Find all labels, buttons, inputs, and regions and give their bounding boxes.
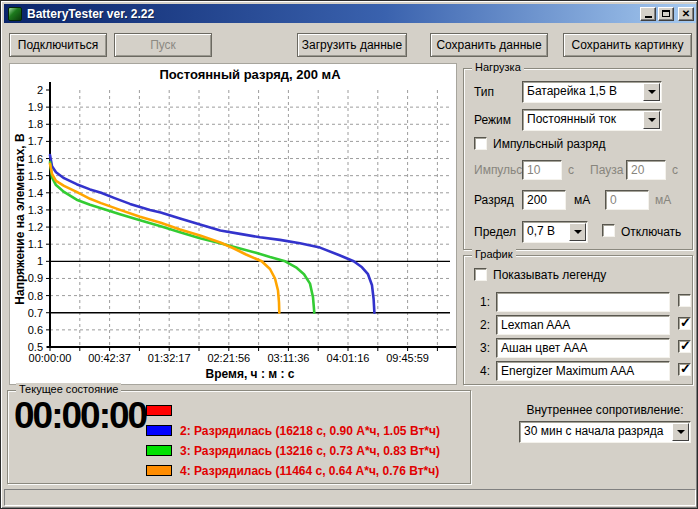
status-bar xyxy=(4,489,696,506)
chevron-down-icon xyxy=(648,118,656,122)
curve-1-number: 1: xyxy=(474,295,490,309)
svg-text:09:45:59: 09:45:59 xyxy=(386,352,429,364)
svg-text:Постоянный разряд, 200 мА: Постоянный разряд, 200 мА xyxy=(159,67,341,82)
curve-1-checkbox[interactable] xyxy=(678,294,691,307)
curve-2-number: 2: xyxy=(474,318,490,332)
app-window: BatteryTester ver. 2.22 ✕ Подключиться П… xyxy=(0,0,698,509)
maximize-button[interactable] xyxy=(658,7,674,21)
discharge-label: Разряд xyxy=(474,193,514,207)
close-button[interactable]: ✕ xyxy=(678,7,694,21)
type-label: Тип xyxy=(474,85,494,99)
type-combobox[interactable]: Батарейка 1,5 В xyxy=(522,81,662,103)
status-line-4: 4: Разрядилась (11464 с, 0.64 А*ч, 0.76 … xyxy=(180,464,439,478)
minimize-icon xyxy=(645,16,652,18)
curve-2-checkbox[interactable] xyxy=(678,317,691,330)
curve-1-name-input[interactable] xyxy=(496,292,670,312)
show-legend-checkbox[interactable] xyxy=(474,268,487,281)
svg-text:1.8: 1.8 xyxy=(28,118,43,130)
discharge-current-input[interactable] xyxy=(522,190,566,210)
limit-dropdown-button[interactable] xyxy=(569,223,586,241)
svg-text:02:21:56: 02:21:56 xyxy=(207,352,250,364)
pulse-discharge-checkbox[interactable] xyxy=(474,137,487,150)
svg-text:01:32:17: 01:32:17 xyxy=(148,352,191,364)
status-line-2: 2: Разрядилась (16218 с, 0.90 А*ч, 1.05 … xyxy=(180,424,440,438)
svg-text:Напряжение на элементах, В: Напряжение на элементах, В xyxy=(13,133,27,305)
resistance-combobox[interactable]: 30 мин с начала разряда xyxy=(519,421,691,443)
curve-3-checkbox[interactable] xyxy=(678,340,691,353)
curve-4-name-input[interactable] xyxy=(496,361,670,381)
svg-text:00:00:00: 00:00:00 xyxy=(29,352,72,364)
window-title: BatteryTester ver. 2.22 xyxy=(27,7,638,21)
charge-unit: мА xyxy=(655,193,671,207)
close-icon: ✕ xyxy=(682,9,690,19)
type-dropdown-button[interactable] xyxy=(643,83,660,101)
load-groupbox: Нагрузка Тип Батарейка 1,5 В Режим Посто… xyxy=(463,68,693,250)
pulse-discharge-label: Импульсный разряд xyxy=(493,137,605,151)
svg-text:1.5: 1.5 xyxy=(28,170,43,182)
start-button[interactable]: Пуск xyxy=(114,33,212,57)
legend-swatch-4 xyxy=(146,465,172,476)
pause-input[interactable] xyxy=(626,160,666,180)
load-group-title: Нагрузка xyxy=(472,61,524,73)
limit-label: Предел xyxy=(474,225,516,239)
connect-button[interactable]: Подключиться xyxy=(9,33,107,57)
limit-combobox[interactable]: 0,7 В xyxy=(522,221,588,243)
disconnect-label: Отключать xyxy=(621,225,681,239)
load-data-button[interactable]: Загрузить данные xyxy=(297,33,407,57)
curve-3-number: 3: xyxy=(474,341,490,355)
svg-text:Время, ч : м : с: Время, ч : м : с xyxy=(206,367,295,381)
svg-text:1: 1 xyxy=(37,255,43,267)
resistance-value: 30 мин с начала разряда xyxy=(520,422,671,442)
graph-groupbox: График Показывать легенду 1: 2: 3: 4: xyxy=(463,255,693,385)
mode-label: Режим xyxy=(474,113,511,127)
status-group-title: Текущее состояние xyxy=(16,383,121,395)
pause-label: Пауза xyxy=(590,163,623,177)
impulse-input[interactable] xyxy=(522,160,562,180)
curve-4-number: 4: xyxy=(474,364,490,378)
chevron-down-icon xyxy=(648,90,656,94)
legend-swatch-2 xyxy=(146,425,172,436)
svg-text:1.3: 1.3 xyxy=(28,204,43,216)
svg-text:0.9: 0.9 xyxy=(28,272,43,284)
svg-text:0.8: 0.8 xyxy=(28,290,43,302)
discharge-chart: 21.91.81.71.61.51.41.31.21.110.90.80.70.… xyxy=(10,64,456,384)
mode-dropdown-button[interactable] xyxy=(643,111,660,129)
save-data-button[interactable]: Сохранить данные xyxy=(430,33,548,57)
limit-value: 0,7 В xyxy=(523,222,568,242)
svg-text:1.1: 1.1 xyxy=(28,238,43,250)
mode-combobox[interactable]: Постоянный ток xyxy=(522,109,662,131)
status-groupbox: Текущее состояние 00:00:00 2: Разрядилас… xyxy=(7,390,471,484)
mode-value: Постоянный ток xyxy=(523,110,642,130)
svg-text:1.2: 1.2 xyxy=(28,221,43,233)
impulse-label: Импульс xyxy=(474,163,522,177)
charge-current-input[interactable] xyxy=(605,190,649,210)
curve-2-name-input[interactable] xyxy=(496,315,670,335)
legend-swatch-3 xyxy=(146,445,172,456)
svg-text:04:01:16: 04:01:16 xyxy=(327,352,370,364)
elapsed-timer: 00:00:00 xyxy=(14,395,146,437)
pause-unit: с xyxy=(672,163,678,177)
type-value: Батарейка 1,5 В xyxy=(523,82,642,102)
svg-text:1.9: 1.9 xyxy=(28,101,43,113)
curve-4-checkbox[interactable] xyxy=(678,363,691,376)
maximize-icon xyxy=(662,10,670,17)
impulse-unit: с xyxy=(568,163,574,177)
curve-3-name-input[interactable] xyxy=(496,338,670,358)
chart-panel: 21.91.81.71.61.51.41.31.21.110.90.80.70.… xyxy=(9,63,457,385)
show-legend-label: Показывать легенду xyxy=(493,268,606,282)
minimize-button[interactable] xyxy=(640,7,656,21)
resistance-label: Внутреннее сопротивление: xyxy=(519,403,691,417)
svg-text:03:11:36: 03:11:36 xyxy=(267,352,309,364)
save-picture-button[interactable]: Сохранить картинку xyxy=(563,33,692,57)
svg-text:00:42:37: 00:42:37 xyxy=(88,352,131,364)
svg-text:0.7: 0.7 xyxy=(28,307,43,319)
status-line-3: 3: Разрядилась (13216 с, 0.73 А*ч, 0.83 … xyxy=(180,444,440,458)
graph-group-title: График xyxy=(472,248,516,260)
resistance-dropdown-button[interactable] xyxy=(672,423,689,441)
svg-text:1.6: 1.6 xyxy=(28,153,43,165)
chevron-down-icon xyxy=(677,430,685,434)
disconnect-checkbox[interactable] xyxy=(602,224,615,237)
app-icon xyxy=(8,7,22,21)
title-bar: BatteryTester ver. 2.22 ✕ xyxy=(4,4,696,23)
svg-text:1.7: 1.7 xyxy=(28,135,43,147)
